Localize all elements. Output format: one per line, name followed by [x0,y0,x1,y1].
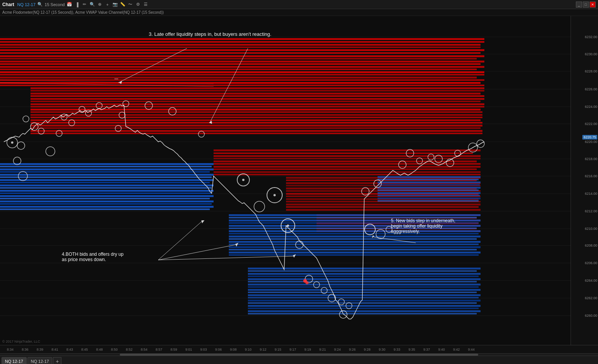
svg-rect-132 [248,305,481,307]
price-label: 6208.00 [585,244,597,247]
svg-rect-57 [214,158,481,159]
add-tab-button[interactable]: + [53,357,61,364]
svg-rect-122 [248,278,481,280]
svg-rect-34 [0,82,481,84]
svg-rect-30 [0,71,484,73]
svg-rect-134 [248,310,481,312]
zoom-icon[interactable]: 🔍 [89,2,95,8]
title-bar: Chart NQ 12-17 🔍 15 Second 📅 ▐ ✏ 🔍 ⊕ + 📷… [0,0,598,9]
bar-chart-icon[interactable]: ▐ [74,2,80,8]
svg-rect-47 [31,117,482,118]
time-label: 8:34 [7,348,14,351]
plus-icon[interactable]: + [104,2,111,8]
svg-rect-24 [0,55,484,57]
pencil-icon[interactable]: ✏ [82,2,88,8]
svg-rect-98 [0,200,214,202]
svg-rect-125 [248,286,479,288]
ruler-icon[interactable]: 📏 [120,2,126,8]
svg-rect-114 [229,246,481,248]
time-label: 9:21 [319,348,326,351]
tab-nq-1[interactable]: NQ 12-17 [2,357,27,364]
time-label: 9:26 [349,348,356,351]
svg-rect-46 [31,114,482,116]
svg-rect-40 [31,98,484,100]
svg-rect-140 [378,187,481,189]
svg-rect-111 [229,238,477,240]
list-icon[interactable]: ☰ [143,2,149,8]
svg-rect-95 [0,192,212,194]
svg-rect-126 [248,289,481,291]
scrollbar-area[interactable] [0,353,598,356]
camera-icon[interactable]: 📷 [112,2,118,8]
svg-rect-130 [248,300,481,301]
crosshair-icon[interactable]: ⊕ [97,2,103,8]
svg-rect-29 [0,69,477,70]
svg-rect-100 [0,206,214,208]
svg-rect-97 [0,198,210,199]
window-controls[interactable]: _ □ ✕ [576,2,596,8]
price-label: 6206.00 [585,261,597,265]
svg-rect-91 [0,182,210,183]
calendar-icon[interactable]: 📅 [66,2,72,8]
time-label: 9:33 [394,348,400,351]
svg-point-194 [287,224,289,227]
time-label: 9:30 [379,348,386,351]
price-label: 6210.00 [585,227,597,231]
svg-rect-108 [229,230,481,232]
scrollbar-thumb[interactable] [120,354,479,356]
svg-rect-85 [0,166,212,167]
time-label: 8:48 [96,348,103,351]
svg-rect-142 [378,192,481,194]
search-icon[interactable]: 🔍 [37,2,43,8]
maximize-button[interactable]: □ [583,2,589,8]
price-label: 6212.00 [585,209,597,213]
price-label: 6218.00 [585,157,597,161]
minimize-button[interactable]: _ [576,2,582,8]
svg-rect-90 [0,179,214,181]
svg-rect-138 [378,181,481,183]
svg-rect-143 [378,195,480,196]
subtitle-bar: Acme Flodometer(NQ 12-17 (15 Second)), A… [0,9,598,16]
svg-rect-120 [248,273,481,275]
svg-rect-43 [31,106,484,107]
svg-rect-19 [0,41,484,43]
svg-rect-26 [0,61,484,63]
subtitle-text: Acme Flodometer(NQ 12-17 (15 Second)), A… [2,10,164,14]
svg-rect-41 [31,101,481,102]
svg-rect-137 [378,179,479,180]
wave-icon[interactable]: 〜 [127,2,133,8]
time-label: 9:37 [423,348,430,351]
price-label: 6224.00 [585,105,597,109]
chart-canvas[interactable]: 3. Late offer liquidity steps in, but bu… [0,16,571,345]
time-label: 9:15 [275,348,281,351]
svg-rect-104 [229,220,481,221]
svg-rect-28 [0,66,484,68]
close-button[interactable]: ✕ [590,2,596,8]
svg-point-195 [11,141,13,144]
svg-rect-74 [286,204,481,205]
svg-rect-109 [229,233,479,234]
svg-rect-105 [229,222,479,224]
time-label: 8:36 [22,348,29,351]
copyright: © 2017 NinjaTrader, LLC [2,340,40,343]
svg-rect-107 [229,228,477,229]
svg-rect-48 [31,119,481,121]
time-label: 9:19 [304,348,311,351]
price-label: 6222.00 [585,122,597,126]
time-label: 9:42 [453,348,460,351]
svg-rect-42 [31,103,484,105]
svg-rect-89 [0,176,212,178]
svg-point-193 [273,194,276,196]
svg-rect-20 [0,44,481,46]
tab-nq-2[interactable]: NQ 12-17 [27,357,53,364]
svg-rect-106 [229,225,481,227]
svg-rect-117 [229,254,479,256]
svg-rect-32 [0,77,477,79]
svg-rect-39 [31,95,484,97]
svg-rect-113 [229,244,479,245]
settings-icon[interactable]: ⚙ [135,2,141,8]
svg-rect-133 [248,308,479,309]
svg-rect-23 [0,52,481,54]
time-label: 8:43 [66,348,73,351]
price-label: 6214.00 [585,192,597,196]
